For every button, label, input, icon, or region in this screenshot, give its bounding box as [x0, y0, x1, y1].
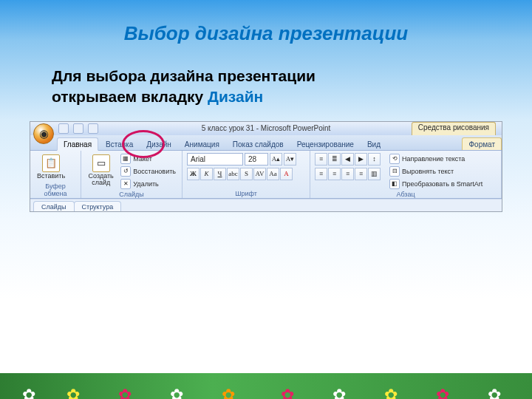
- columns-icon[interactable]: ▥: [368, 168, 381, 180]
- numbering-icon[interactable]: ≣: [328, 153, 341, 166]
- qat-undo-icon[interactable]: [73, 123, 83, 134]
- clipboard-group-label: Буфер обмена: [35, 182, 76, 197]
- new-slide-button[interactable]: ▭ Создать слайд: [86, 153, 116, 190]
- ribbon: 📋 Вставить Буфер обмена ▭ Создать слайд …: [30, 151, 502, 199]
- body-text: Для выбора дизайна презентации открываем…: [52, 66, 488, 108]
- clipboard-icon: 📋: [42, 154, 60, 172]
- smartart-button[interactable]: ◧Преобразовать в SmartArt: [388, 178, 484, 190]
- align-left-icon[interactable]: ≡: [315, 168, 327, 180]
- align-text-label: Выровнять текст: [402, 168, 454, 175]
- paragraph-group-label: Абзац: [315, 190, 497, 198]
- font-family-select[interactable]: Arial: [187, 153, 243, 166]
- strike-button[interactable]: abc: [227, 168, 239, 180]
- slide-pane-tabs: Слайды Структура: [30, 199, 502, 211]
- tab-design[interactable]: Дизайн: [140, 138, 177, 150]
- layout-label: Макет: [133, 155, 151, 163]
- tab-view[interactable]: Вид: [361, 138, 386, 150]
- font-color-button[interactable]: A: [280, 168, 293, 180]
- align-text-button[interactable]: ⊟Выровнять текст: [388, 166, 484, 177]
- align-text-icon: ⊟: [389, 166, 400, 177]
- tab-format[interactable]: Формат: [462, 137, 502, 150]
- layout-icon: ▦: [120, 154, 131, 164]
- window-title: 5 класс урок 31 - Microsoft PowerPoint: [202, 124, 331, 132]
- paste-button[interactable]: 📋 Вставить: [35, 153, 67, 182]
- group-slides: ▭ Создать слайд ▦Макет ↺Восстановить ✕Уд…: [81, 151, 183, 198]
- body-line2a: открываем вкладку: [52, 88, 208, 105]
- body-keyword: Дизайн: [208, 88, 263, 105]
- powerpoint-screenshot: ◉ 5 класс урок 31 - Microsoft PowerPoint…: [30, 121, 502, 212]
- page-title: Выбор дизайна презентации: [0, 0, 532, 45]
- decorative-footer: [0, 373, 532, 399]
- window-titlebar: 5 класс урок 31 - Microsoft PowerPoint С…: [30, 122, 502, 135]
- tab-review[interactable]: Рецензирование: [291, 138, 360, 150]
- underline-button[interactable]: Ч: [214, 168, 226, 180]
- paste-label: Вставить: [37, 173, 65, 180]
- qat-redo-icon[interactable]: [88, 123, 98, 134]
- office-button-icon[interactable]: ◉: [33, 123, 54, 144]
- delete-label: Удалить: [133, 180, 158, 188]
- group-font: Arial 28 A▴ A▾ Ж К Ч abc S AV Aa A Шрифт: [183, 151, 310, 198]
- font-group-label: Шрифт: [187, 189, 305, 197]
- new-slide-icon: ▭: [92, 154, 110, 172]
- font-size-select[interactable]: 28: [245, 153, 268, 166]
- italic-button[interactable]: К: [200, 168, 213, 180]
- align-center-icon[interactable]: ≡: [328, 168, 341, 180]
- subtab-outline[interactable]: Структура: [74, 201, 122, 211]
- group-paragraph: ≡ ≣ ◀ ▶ ↕ ≡ ≡ ≡ ≡ ▥ ⟲Направлени: [310, 151, 502, 198]
- reset-icon: ↺: [120, 166, 131, 177]
- align-right-icon[interactable]: ≡: [341, 168, 354, 180]
- text-direction-icon: ⟲: [389, 154, 400, 164]
- indent-icon[interactable]: ▶: [355, 153, 367, 166]
- outdent-icon[interactable]: ◀: [341, 153, 354, 166]
- char-spacing-button[interactable]: AV: [253, 168, 266, 180]
- shadow-button[interactable]: S: [240, 168, 253, 180]
- grow-font-icon[interactable]: A▴: [270, 153, 282, 166]
- bullets-icon[interactable]: ≡: [315, 153, 327, 166]
- quick-access-toolbar: [58, 123, 98, 134]
- reset-label: Восстановить: [133, 168, 176, 175]
- delete-icon: ✕: [120, 179, 131, 189]
- body-line1: Для выбора дизайна презентации: [52, 67, 316, 84]
- tab-insert[interactable]: Вставка: [100, 138, 139, 150]
- text-direction-label: Направление текста: [402, 155, 465, 163]
- subtab-slides[interactable]: Слайды: [33, 201, 75, 211]
- text-direction-button[interactable]: ⟲Направление текста: [388, 153, 484, 165]
- qat-save-icon[interactable]: [58, 123, 69, 134]
- new-slide-label: Создать слайд: [88, 173, 114, 186]
- delete-button[interactable]: ✕Удалить: [119, 178, 177, 190]
- ribbon-tabs: Главная Вставка Дизайн Анимация Показ сл…: [30, 135, 502, 151]
- change-case-button[interactable]: Aa: [267, 168, 279, 180]
- justify-icon[interactable]: ≡: [355, 168, 367, 180]
- shrink-font-icon[interactable]: A▾: [284, 153, 296, 166]
- tab-slideshow[interactable]: Показ слайдов: [227, 138, 290, 150]
- layout-button[interactable]: ▦Макет: [119, 153, 177, 165]
- reset-button[interactable]: ↺Восстановить: [119, 166, 177, 177]
- bold-button[interactable]: Ж: [187, 168, 200, 180]
- group-clipboard: 📋 Вставить Буфер обмена: [30, 151, 81, 198]
- slides-group-label: Слайды: [86, 190, 177, 198]
- tab-home[interactable]: Главная: [57, 137, 98, 151]
- line-spacing-icon[interactable]: ↕: [368, 153, 381, 166]
- smartart-icon: ◧: [389, 179, 400, 189]
- tab-animation[interactable]: Анимация: [179, 138, 225, 150]
- smartart-label: Преобразовать в SmartArt: [402, 180, 482, 188]
